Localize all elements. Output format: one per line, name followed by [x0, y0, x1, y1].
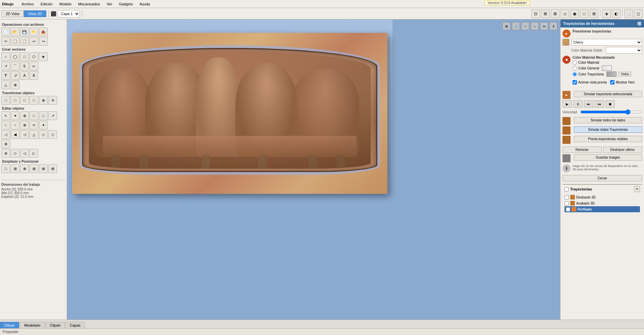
tab-2d-view[interactable]: 2D View	[1, 10, 24, 17]
tool-pos2[interactable]: ⊞	[11, 164, 19, 173]
tool-rect[interactable]: □	[20, 52, 29, 61]
tool-edit9[interactable]: △	[30, 130, 38, 139]
canvas-tool-1[interactable]: ⊞	[502, 22, 511, 30]
tool-copy[interactable]: 📋	[11, 37, 19, 46]
end-btn[interactable]: ⏮	[595, 100, 604, 108]
canvas-tool-2[interactable]: ⚓	[512, 22, 520, 30]
tool-scale[interactable]: □	[20, 96, 29, 105]
snap-btn-3[interactable]: ⊞	[551, 9, 559, 18]
tool-pos4[interactable]: ⊞	[30, 164, 38, 173]
sim-all-btn[interactable]: Simular todas Trayectorias	[574, 126, 642, 133]
preview-visible-btn[interactable]: Previa trayectorias visibles	[574, 136, 642, 142]
tool-node5[interactable]: □	[39, 111, 48, 120]
tool-cut[interactable]: ✂	[1, 37, 10, 46]
menu-ayuda[interactable]: Ayuda	[138, 2, 151, 6]
tool-edit12[interactable]: ⊕	[1, 139, 10, 148]
canvas-tool-6[interactable]: ⇕	[549, 22, 557, 30]
play-btn[interactable]: ▶	[562, 100, 572, 108]
reiniciar-btn[interactable]: Reiniciar	[562, 147, 602, 153]
tool-edit3[interactable]: ⊗	[20, 121, 29, 129]
tool-pos5[interactable]: ⊞	[39, 164, 48, 173]
tool-arc[interactable]: ⌒	[11, 62, 19, 70]
tool-node2[interactable]: ✦	[11, 111, 19, 120]
tab-capas[interactable]: Capas	[65, 322, 85, 328]
menu-edicion[interactable]: Edición	[39, 2, 54, 6]
traj-acabado-checkbox[interactable]	[565, 201, 569, 206]
speed-slider[interactable]	[580, 110, 642, 114]
layer-dropdown[interactable]: Capa 1	[58, 10, 80, 17]
tool-line[interactable]: ↗	[1, 62, 10, 70]
traj-item-perfilado[interactable]: Perfilado	[565, 206, 640, 212]
traj-add-btn[interactable]: +	[634, 186, 640, 192]
snap-btn-7[interactable]: ⊞	[590, 9, 598, 18]
tool-export[interactable]: 📤	[39, 27, 48, 36]
tool-redo[interactable]: ↪	[39, 37, 48, 46]
tool-text[interactable]: T	[1, 71, 10, 80]
color-general-swatch[interactable]	[602, 65, 612, 71]
deshacer-btn[interactable]: Deshacer ultimo	[603, 147, 642, 153]
view-btn-2[interactable]: ◐	[612, 9, 621, 18]
tool-edit13[interactable]: ⊚	[1, 149, 10, 158]
canvas-tool-3[interactable]: ↕	[521, 22, 529, 30]
tool-edit15[interactable]: ◁	[20, 149, 29, 158]
tool-star[interactable]: ★	[39, 52, 48, 61]
tool-text4[interactable]: Ā	[30, 71, 38, 80]
show-herr-checkbox[interactable]	[610, 80, 614, 85]
radio-color-trayectoria-input[interactable]	[573, 72, 577, 76]
canvas-tool-5[interactable]: ⇔	[540, 22, 548, 30]
tool-text3[interactable]: A	[20, 71, 29, 80]
snap-btn-5[interactable]: ◉	[570, 9, 579, 18]
tool-edit1[interactable]: ○	[1, 121, 10, 129]
simulate-selected-btn[interactable]: Simular trayectoria seleccionada	[574, 91, 642, 97]
cherry-dropdown[interactable]: Cherry	[571, 39, 642, 46]
tool-mirror[interactable]: ⊕	[39, 96, 48, 105]
tool-node6[interactable]: ↗	[48, 111, 57, 120]
tool-spline[interactable]: S	[20, 62, 29, 70]
tool-edit16[interactable]: ▷	[30, 149, 38, 158]
tool-edit2[interactable]: ○	[11, 121, 19, 129]
tool-move[interactable]: □	[11, 96, 19, 105]
canvas-area[interactable]: ⊞ ⚓ ↕ ↔ ⇔ ⇕	[67, 19, 560, 320]
tool-bezier[interactable]: ∞	[30, 62, 38, 70]
tool-edit7[interactable]: ◀	[11, 130, 19, 139]
tool-node[interactable]: ↖	[1, 111, 10, 120]
tool-pos6[interactable]: ⊞	[48, 164, 57, 173]
stop-btn[interactable]: ⏹	[605, 100, 615, 108]
tool-edit5[interactable]: ✦	[39, 121, 48, 129]
tool-save-as[interactable]: 📁	[30, 27, 38, 36]
view-btn-3[interactable]: ⬜	[624, 9, 633, 18]
tool-select[interactable]: □	[1, 96, 10, 105]
panel-expand-icon[interactable]: ⊞	[637, 21, 641, 26]
tool-dim[interactable]: △	[1, 80, 10, 89]
tool-text2[interactable]: 𝒯	[11, 71, 19, 80]
tool-new[interactable]: 📄	[1, 27, 10, 36]
canvas-tool-4[interactable]: ↔	[531, 22, 539, 30]
view-btn-1[interactable]: ◈	[602, 9, 611, 18]
todos-btn[interactable]: Todos	[619, 72, 631, 76]
pause-btn[interactable]: ⏸	[573, 100, 583, 108]
tool-open[interactable]: 📂	[11, 27, 19, 36]
tool-paste[interactable]: 📋	[20, 37, 29, 46]
tool-add[interactable]: ⊕	[11, 80, 19, 89]
traj-perfilado-checkbox[interactable]	[566, 207, 570, 212]
tab-vista-3d[interactable]: Vista 3D	[24, 10, 46, 17]
snap-btn-6[interactable]: □	[580, 9, 589, 18]
radio-color-general-input[interactable]	[573, 66, 577, 70]
material-solido-dropdown[interactable]	[606, 47, 642, 54]
close-btn[interactable]: Cerrar	[562, 175, 642, 181]
menu-gadgets[interactable]: Gadgets	[117, 2, 134, 6]
tool-undo[interactable]: ↩	[30, 37, 38, 46]
tool-rotate[interactable]: □	[30, 96, 38, 105]
menu-ver[interactable]: Ver	[105, 2, 114, 6]
tab-modelado[interactable]: Modelado	[20, 322, 45, 328]
tool-polygon[interactable]: ⬡	[30, 52, 38, 61]
tool-ellipse[interactable]: ◯	[11, 52, 19, 61]
tool-save[interactable]: 💾	[20, 27, 29, 36]
tool-edit14[interactable]: ◇	[11, 149, 19, 158]
tab-clipart[interactable]: Clipart	[46, 322, 65, 328]
tool-node4[interactable]: □	[30, 111, 38, 120]
tool-pos1[interactable]: □	[1, 164, 10, 173]
animate-checkbox[interactable]	[573, 80, 577, 85]
tab-dibujo[interactable]: Dibujo	[0, 322, 19, 328]
menu-modelo[interactable]: Modelo	[58, 2, 73, 6]
